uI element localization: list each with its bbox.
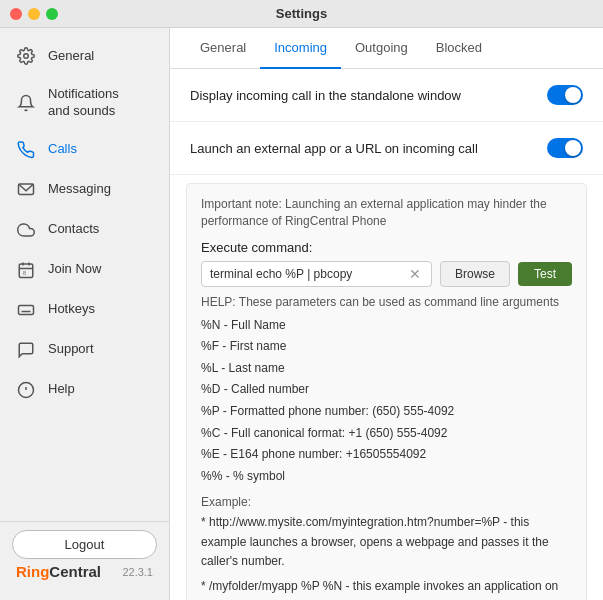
browse-button[interactable]: Browse <box>440 261 510 287</box>
chat-icon <box>16 340 36 360</box>
info-icon <box>16 380 36 400</box>
sidebar-bottom: Logout RingCentral 22.3.1 <box>0 521 169 592</box>
phone-icon <box>16 140 36 160</box>
keyboard-icon <box>16 300 36 320</box>
tab-outgoing[interactable]: Outgoing <box>341 28 422 69</box>
sidebar-item-notifications[interactable]: Notificationsand sounds <box>0 76 169 130</box>
sidebar-item-calls[interactable]: Calls <box>0 130 169 170</box>
standalone-toggle[interactable] <box>547 85 583 105</box>
sidebar-item-support[interactable]: Support <box>0 330 169 370</box>
external-app-toggle[interactable] <box>547 138 583 158</box>
cloud-icon <box>16 220 36 240</box>
content-body: Display incoming call in the standalone … <box>170 69 603 600</box>
sidebar-item-contacts[interactable]: Contacts <box>0 210 169 250</box>
svg-text:8: 8 <box>23 270 26 276</box>
example-text-1: * http://www.mysite.com/myintegration.ht… <box>201 513 572 571</box>
param-row: %E - E164 phone number: +16505554092 <box>201 444 572 466</box>
tabs-bar: General Incoming Outgoing Blocked <box>170 28 603 69</box>
param-row: %C - Full canonical format: +1 (650) 555… <box>201 423 572 445</box>
sidebar-item-hotkeys[interactable]: Hotkeys <box>0 290 169 330</box>
close-button[interactable] <box>10 8 22 20</box>
sidebar-item-notifications-label: Notificationsand sounds <box>48 86 153 120</box>
execute-label: Execute command: <box>201 240 572 255</box>
param-row: %N - Full Name <box>201 315 572 337</box>
param-row: %F - First name <box>201 336 572 358</box>
sidebar-item-support-label: Support <box>48 341 153 358</box>
note-box: Important note: Launching an external ap… <box>186 183 587 600</box>
sidebar-item-join-now[interactable]: 8 Join Now <box>0 250 169 290</box>
sidebar-item-general[interactable]: General <box>0 36 169 76</box>
example-label: Example: <box>201 495 572 509</box>
external-app-setting-row: Launch an external app or a URL on incom… <box>170 122 603 175</box>
note-text: Important note: Launching an external ap… <box>201 196 572 230</box>
rc-brand: RingCentral 22.3.1 <box>12 559 157 580</box>
main-layout: General Notificationsand sounds Calls <box>0 28 603 600</box>
param-row: %L - Last name <box>201 358 572 380</box>
param-row: %% - % symbol <box>201 466 572 488</box>
rc-logo: RingCentral <box>16 563 101 580</box>
command-input[interactable] <box>210 267 407 281</box>
params-list: %N - Full Name %F - First name %L - Last… <box>201 315 572 488</box>
param-row: %P - Formatted phone number: (650) 555-4… <box>201 401 572 423</box>
rc-logo-text: RingCentral <box>16 563 101 580</box>
tab-incoming[interactable]: Incoming <box>260 28 341 69</box>
test-button[interactable]: Test <box>518 262 572 286</box>
sidebar-item-hotkeys-label: Hotkeys <box>48 301 153 318</box>
calendar-icon: 8 <box>16 260 36 280</box>
rc-version: 22.3.1 <box>122 566 153 578</box>
sidebar-item-messaging[interactable]: Messaging <box>0 170 169 210</box>
example-text-2: * /myfolder/myapp %P %N - this example i… <box>201 577 572 600</box>
window-controls[interactable] <box>10 8 58 20</box>
standalone-label: Display incoming call in the standalone … <box>190 88 461 103</box>
svg-rect-2 <box>19 264 33 278</box>
maximize-button[interactable] <box>46 8 58 20</box>
logout-button[interactable]: Logout <box>12 530 157 559</box>
sidebar-item-messaging-label: Messaging <box>48 181 153 198</box>
minimize-button[interactable] <box>28 8 40 20</box>
command-input-wrap: ✕ <box>201 261 432 287</box>
sidebar-item-help[interactable]: Help <box>0 370 169 410</box>
gear-icon <box>16 46 36 66</box>
window-title: Settings <box>276 6 327 21</box>
sidebar: General Notificationsand sounds Calls <box>0 28 170 600</box>
sidebar-item-calls-label: Calls <box>48 141 153 158</box>
svg-rect-7 <box>19 305 34 314</box>
help-text: HELP: These parameters can be used as co… <box>201 295 572 309</box>
bell-icon <box>16 93 36 113</box>
clear-input-button[interactable]: ✕ <box>407 266 423 282</box>
tab-general[interactable]: General <box>186 28 260 69</box>
sidebar-item-help-label: Help <box>48 381 153 398</box>
sidebar-item-contacts-label: Contacts <box>48 221 153 238</box>
title-bar: Settings <box>0 0 603 28</box>
tab-blocked[interactable]: Blocked <box>422 28 496 69</box>
external-app-label: Launch an external app or a URL on incom… <box>190 141 478 156</box>
content-area: General Incoming Outgoing Blocked Displa… <box>170 28 603 600</box>
standalone-setting-row: Display incoming call in the standalone … <box>170 69 603 122</box>
sidebar-item-general-label: General <box>48 48 153 65</box>
svg-point-0 <box>24 54 29 59</box>
message-icon <box>16 180 36 200</box>
param-row: %D - Called number <box>201 379 572 401</box>
command-input-row: ✕ Browse Test <box>201 261 572 287</box>
example-section: Example: * http://www.mysite.com/myinteg… <box>201 495 572 600</box>
sidebar-item-join-now-label: Join Now <box>48 261 153 278</box>
